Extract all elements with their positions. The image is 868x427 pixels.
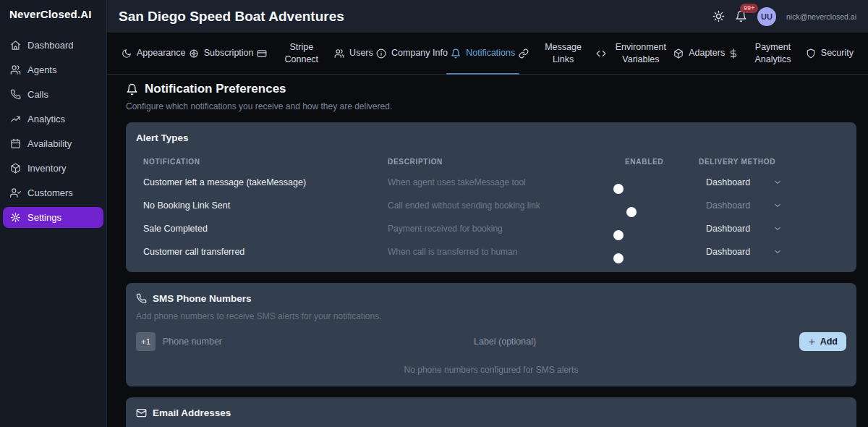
settings-tab[interactable]: Notifications — [449, 33, 516, 74]
home-icon — [10, 40, 21, 51]
theme-toggle-button[interactable] — [712, 10, 725, 22]
delivery-method-select[interactable]: Dashboard — [699, 247, 849, 257]
dollar-icon — [728, 48, 739, 59]
tab-label: Users — [349, 47, 373, 59]
tab-label: Company Info — [391, 47, 448, 59]
sidebar-item-label: Dashboard — [27, 40, 74, 51]
settings-tab[interactable]: Environment Variables — [595, 33, 672, 74]
notifications-bell-button[interactable]: 99+ — [735, 10, 747, 22]
info-icon — [376, 48, 386, 59]
sms-subtitle: Add phone numbers to receive SMS alerts … — [136, 311, 846, 321]
top-bar: San Diego Speed Boat Adventures 99+ UU n… — [107, 0, 868, 33]
main-area: San Diego Speed Boat Adventures 99+ UU n… — [107, 0, 868, 427]
sidebar-item-label: Calls — [27, 89, 48, 100]
sms-title: SMS Phone Numbers — [126, 283, 856, 307]
alert-name: Customer left a message (takeMessage) — [143, 177, 388, 187]
alert-types-card: Alert Types Notification Description Ena… — [126, 122, 856, 272]
wheel-icon — [189, 48, 199, 59]
settings-tab[interactable]: Adapters — [672, 33, 726, 74]
shield-icon — [806, 48, 816, 59]
alert-description: Call ended without sending booking link — [388, 200, 625, 211]
tab-label: Adapters — [689, 47, 725, 59]
settings-tab[interactable]: Subscription — [187, 33, 255, 74]
alert-name: Sale Completed — [143, 224, 388, 234]
notifications-settings-page: Notification Preferences Configure which… — [107, 75, 868, 427]
sidebar-item-label: Agents — [27, 64, 56, 75]
sidebar-item[interactable]: Inventory — [3, 158, 103, 179]
alert-types-table-header: Notification Description Enabled Deliver… — [143, 152, 849, 171]
phone-icon — [10, 89, 21, 100]
settings-tab[interactable]: Users — [333, 33, 375, 74]
avatar[interactable]: UU — [757, 7, 776, 26]
settings-tab[interactable]: Stripe Connect — [255, 33, 333, 74]
user-check-icon — [10, 187, 21, 198]
gear-icon — [10, 212, 21, 223]
calendar-icon — [10, 138, 21, 149]
sidebar-item[interactable]: Settings — [3, 207, 103, 228]
alert-description: When call is transferred to human — [388, 247, 625, 257]
col-delivery-method: Delivery Method — [699, 158, 849, 166]
sidebar-item[interactable]: Customers — [3, 182, 103, 203]
alert-type-row: Sale Completed Payment received for book… — [143, 217, 849, 240]
settings-tabbar: Appearance Subscription Stripe Connect U… — [107, 33, 868, 75]
sms-empty-state: No phone numbers configured for SMS aler… — [136, 365, 846, 375]
link-icon — [519, 48, 529, 59]
chevron-down-icon — [773, 248, 782, 256]
phone-label-input[interactable] — [474, 332, 792, 351]
page-subtitle: Configure which notifications you receiv… — [126, 101, 856, 111]
alert-description: Payment received for booking — [388, 224, 625, 234]
tab-label: Stripe Connect — [272, 41, 331, 65]
settings-tab[interactable]: Appearance — [120, 33, 187, 74]
email-addresses-card: Email Addresses Add email addresses to r… — [126, 397, 856, 427]
chevron-down-icon — [773, 201, 782, 210]
bell-icon — [126, 83, 138, 96]
credit-card-icon — [257, 48, 267, 59]
alert-types-table: Notification Description Enabled Deliver… — [126, 152, 856, 272]
sms-phone-numbers-card: SMS Phone Numbers Add phone numbers to r… — [126, 283, 856, 386]
add-phone-row: +1 Add — [136, 332, 846, 351]
sidebar-item[interactable]: Calls — [3, 84, 103, 105]
users-icon — [10, 64, 21, 75]
trending-up-icon — [10, 114, 21, 124]
sidebar-item-label: Availability — [27, 138, 72, 149]
sidebar-item-label: Inventory — [27, 163, 66, 174]
brand-logo: NeverClosed.AI — [0, 0, 106, 35]
phone-number-input[interactable] — [163, 332, 467, 351]
delivery-method-select[interactable]: Dashboard — [699, 224, 849, 234]
country-code-prefix: +1 — [136, 332, 156, 351]
chevron-down-icon — [773, 224, 782, 233]
users-icon — [334, 48, 344, 59]
delivery-method-select[interactable]: Dashboard — [699, 200, 849, 211]
settings-tab[interactable]: Payment Analytics — [727, 33, 804, 74]
sidebar-nav: Dashboard Agents Calls Analytics Availab… — [0, 35, 106, 228]
alert-name: No Booking Link Sent — [143, 200, 388, 211]
tab-label: Notifications — [466, 47, 515, 59]
plus-icon — [808, 338, 816, 346]
mail-icon — [136, 407, 147, 418]
tab-label: Payment Analytics — [744, 41, 803, 65]
alert-name: Customer call transferred — [143, 247, 388, 257]
phone-icon — [136, 293, 147, 304]
add-phone-button[interactable]: Add — [799, 332, 846, 351]
sidebar-item[interactable]: Availability — [3, 133, 103, 154]
package-icon — [673, 48, 684, 59]
sidebar-item[interactable]: Dashboard — [3, 35, 103, 56]
page-header: Notification Preferences Configure which… — [126, 82, 856, 111]
sidebar-item[interactable]: Analytics — [3, 109, 103, 130]
notification-count-badge: 99+ — [740, 4, 758, 13]
sidebar: NeverClosed.AI Dashboard Agents Calls An… — [0, 0, 107, 427]
alert-type-row: Customer left a message (takeMessage) Wh… — [143, 171, 849, 194]
alert-types-rows: Customer left a message (takeMessage) Wh… — [143, 171, 849, 263]
sidebar-item[interactable]: Agents — [3, 59, 103, 80]
alert-type-row: Customer call transferred When call is t… — [143, 240, 849, 263]
tab-label: Message Links — [534, 41, 593, 65]
settings-tab[interactable]: Company Info — [375, 33, 449, 74]
col-enabled: Enabled — [625, 158, 699, 166]
tab-label: Security — [821, 47, 854, 59]
settings-tab[interactable]: Security — [804, 33, 855, 74]
settings-tab[interactable]: Message Links — [517, 33, 595, 74]
page-title: Notification Preferences — [126, 82, 856, 96]
email-title: Email Addresses — [126, 397, 856, 421]
col-notification: Notification — [143, 158, 388, 166]
delivery-method-select[interactable]: Dashboard — [699, 177, 849, 187]
